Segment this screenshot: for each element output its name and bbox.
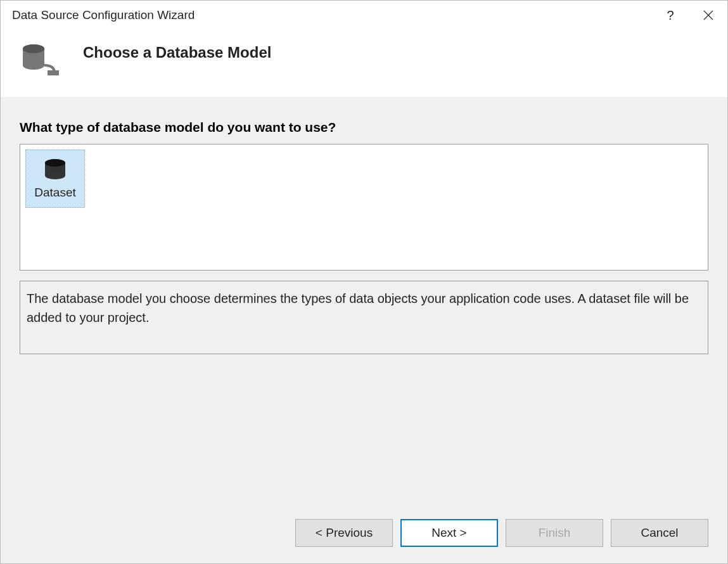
- help-icon: ?: [667, 8, 674, 23]
- description-box: The database model you choose determines…: [20, 281, 708, 354]
- option-label: Dataset: [34, 186, 75, 200]
- question-label: What type of database model do you want …: [20, 120, 708, 135]
- close-icon: [703, 10, 713, 20]
- window-title: Data Source Configuration Wizard: [12, 8, 651, 22]
- page-title: Choose a Database Model: [83, 44, 271, 61]
- close-button[interactable]: [689, 1, 727, 30]
- svg-rect-4: [48, 70, 54, 75]
- svg-point-3: [23, 44, 44, 53]
- next-button[interactable]: Next >: [400, 519, 498, 547]
- cancel-button[interactable]: Cancel: [611, 519, 708, 547]
- previous-button[interactable]: < Previous: [295, 519, 393, 547]
- finish-button[interactable]: Finish: [506, 519, 603, 547]
- wizard-footer: < Previous Next > Finish Cancel: [1, 508, 727, 563]
- database-icon: [42, 158, 68, 182]
- titlebar: Data Source Configuration Wizard ?: [1, 1, 727, 30]
- help-button[interactable]: ?: [651, 1, 689, 30]
- option-dataset[interactable]: Dataset: [25, 150, 85, 208]
- svg-point-10: [45, 159, 65, 167]
- wizard-header: Choose a Database Model: [1, 30, 727, 97]
- model-options-list[interactable]: Dataset: [20, 144, 708, 271]
- wizard-body: What type of database model do you want …: [1, 97, 727, 508]
- svg-point-9: [45, 172, 65, 179]
- database-plug-icon: [20, 42, 64, 80]
- svg-point-2: [23, 61, 44, 70]
